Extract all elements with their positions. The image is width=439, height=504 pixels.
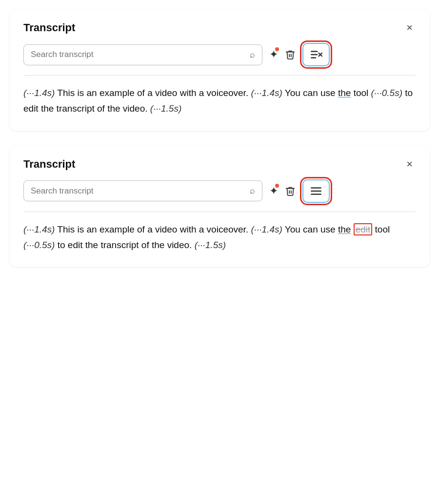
pause-2-3: (···0.5s) <box>23 240 55 250</box>
pause-1-1: (···1.4s) <box>23 88 55 98</box>
pause-1-2: (···1.4s) <box>251 88 282 98</box>
close-button-1[interactable]: × <box>403 21 416 34</box>
toolbar-2: ⌕ ✦ <box>23 179 416 203</box>
strikethrough-word-2: edit <box>354 223 373 235</box>
toolbar-1: ⌕ ✦ <box>23 43 416 66</box>
panel-title-1: Transcript <box>23 21 75 34</box>
sentence-2-2: You can use <box>285 224 338 234</box>
pause-1-4: (···1.5s) <box>150 103 181 114</box>
pause-2-4: (···1.5s) <box>195 240 226 250</box>
underlined-word-2: the <box>338 224 351 234</box>
sparkle-dot-2 <box>275 184 279 188</box>
panel-header-2: Transcript × <box>23 158 416 171</box>
transcript-panel-2: Transcript × ⌕ ✦ <box>10 146 429 267</box>
underlined-word-1: the <box>338 88 351 98</box>
pause-2-2: (···1.4s) <box>251 224 282 234</box>
list-clear-button-1[interactable] <box>302 43 330 66</box>
sentence-2-3: tool <box>375 224 390 234</box>
panel-title-2: Transcript <box>23 158 75 171</box>
transcript-text-1: (···1.4s) This is an example of a video … <box>23 85 416 117</box>
search-input-1[interactable] <box>31 50 247 59</box>
trash-button-2[interactable] <box>285 186 296 196</box>
close-button-2[interactable]: × <box>403 158 416 171</box>
divider-1 <box>23 75 416 76</box>
sparkle-dot-1 <box>275 47 279 51</box>
pause-1-3: (···0.5s) <box>371 88 402 98</box>
sparkle-button-2[interactable]: ✦ <box>269 185 278 197</box>
trash-button-1[interactable] <box>285 49 296 60</box>
pause-2-1: (···1.4s) <box>23 224 55 234</box>
transcript-text-2: (···1.4s) This is an example of a video … <box>23 222 416 253</box>
sparkle-button-1[interactable]: ✦ <box>269 48 278 61</box>
sentence-2-4: to edit the transcript of the video. <box>58 240 195 250</box>
search-icon-2: ⌕ <box>250 186 255 196</box>
sentence-2-1: This is an example of a video with a voi… <box>57 224 251 234</box>
list-icon-2 <box>310 185 322 197</box>
sentence-1-1: This is an example of a video with a voi… <box>57 88 251 98</box>
search-icon-1: ⌕ <box>250 50 255 60</box>
trash-icon-1 <box>285 49 296 60</box>
list-button-2[interactable] <box>302 179 330 203</box>
transcript-panel-1: Transcript × ⌕ ✦ <box>10 10 429 131</box>
divider-2 <box>23 212 416 212</box>
search-input-2[interactable] <box>31 186 247 196</box>
search-box-1: ⌕ <box>23 44 262 65</box>
trash-icon-2 <box>285 186 296 196</box>
sentence-1-3: tool <box>354 88 371 98</box>
panel-header-1: Transcript × <box>23 21 416 34</box>
sentence-1-2: You can use <box>285 88 338 98</box>
search-box-2: ⌕ <box>23 180 262 201</box>
list-x-icon-1 <box>310 48 322 61</box>
